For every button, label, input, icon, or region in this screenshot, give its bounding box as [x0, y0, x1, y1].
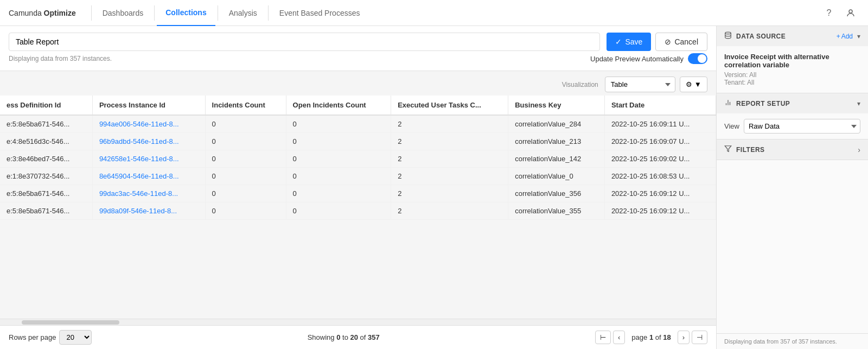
top-nav: Camunda Optimize Dashboards Collections …	[0, 0, 868, 26]
viz-gear-button[interactable]: ⚙ ▼	[680, 77, 707, 92]
data-table: ess Definition Id Process Instance Id In…	[0, 96, 716, 220]
cell-incidents: 0	[205, 115, 286, 133]
cell-def-id: e:4:8e516d3c-546...	[0, 133, 92, 150]
report-setup-chevron: ▾	[857, 100, 860, 107]
data-source-section: DATA SOURCE + Add ▾ Invoice Receipt with…	[717, 26, 868, 93]
report-setup-title: REPORT SETUP	[736, 100, 857, 107]
first-page-button[interactable]: ⊢	[595, 331, 611, 344]
cell-inst-id[interactable]: 99dac3ac-546e-11ed-8...	[92, 185, 205, 202]
cell-open-incidents: 0	[286, 168, 391, 185]
save-button[interactable]: ✓ Save	[607, 33, 651, 51]
instances-text: Displaying data from 357 instances.	[9, 55, 112, 62]
cancel-button[interactable]: ⊘ Cancel	[655, 33, 707, 51]
nav-item-analysis[interactable]: Analysis	[220, 0, 266, 26]
cell-inst-id[interactable]: 942658e1-546e-11ed-8...	[92, 150, 205, 168]
table-row: e:5:8e5ba671-546... 99d8a09f-546e-11ed-8…	[0, 202, 716, 220]
report-setup-content: View Raw DataSummary	[717, 113, 868, 139]
report-header: ✓ Save ⊘ Cancel Displaying data from 357…	[0, 26, 716, 71]
cell-business-key: correlationValue_0	[508, 168, 605, 185]
report-setup-header[interactable]: REPORT SETUP ▾	[717, 93, 868, 113]
col-def-id: ess Definition Id	[0, 96, 92, 115]
cell-open-incidents: 0	[286, 185, 391, 202]
cell-inst-id[interactable]: 99d8a09f-546e-11ed-8...	[92, 202, 205, 220]
data-source-name: Invoice Receipt with alternative correla…	[724, 53, 860, 69]
viz-bar: Visualization TableChartNumber ⚙ ▼	[0, 71, 716, 96]
cell-start-date: 2022-10-25 16:09:11 U...	[604, 115, 716, 133]
showing-to: 20	[350, 333, 358, 341]
cell-start-date: 2022-10-25 16:08:53 U...	[604, 168, 716, 185]
cell-business-key: correlationValue_213	[508, 133, 605, 150]
cell-inst-id[interactable]: 8e645904-546e-11ed-8...	[92, 168, 205, 185]
cell-inst-id[interactable]: 994ae006-546e-11ed-8...	[92, 115, 205, 133]
table-header: ess Definition Id Process Instance Id In…	[0, 96, 716, 115]
cell-incidents: 0	[205, 185, 286, 202]
showing-from: 0	[336, 333, 340, 341]
filters-header[interactable]: FILTERS ›	[717, 139, 868, 160]
main-container: ✓ Save ⊘ Cancel Displaying data from 357…	[0, 26, 868, 349]
last-page-button[interactable]: ⊣	[692, 331, 707, 344]
btn-actions: ✓ Save ⊘ Cancel	[607, 33, 707, 51]
report-setup-section: REPORT SETUP ▾ View Raw DataSummary	[717, 93, 868, 139]
cell-def-id: e:5:8e5ba671-546...	[0, 202, 92, 220]
data-source-header[interactable]: DATA SOURCE + Add ▾	[717, 26, 868, 46]
sidebar-spacer	[717, 160, 868, 333]
cell-incidents: 0	[205, 150, 286, 168]
cell-inst-id[interactable]: 96b9adbd-546e-11ed-8...	[92, 133, 205, 150]
toggle-knob	[698, 54, 706, 63]
nav-item-collections[interactable]: Collections	[157, 0, 215, 26]
cell-executed-tasks: 2	[391, 150, 508, 168]
cell-business-key: correlationValue_284	[508, 115, 605, 133]
prev-page-button[interactable]: ‹	[613, 331, 625, 344]
scroll-thumb[interactable]	[22, 320, 119, 325]
cell-def-id: e:5:8e5ba671-546...	[0, 185, 92, 202]
auto-preview-toggle[interactable]	[688, 53, 707, 64]
next-page-button[interactable]: ›	[678, 331, 690, 344]
help-icon[interactable]: ?	[820, 4, 838, 22]
nav-divider-3	[218, 5, 218, 21]
report-title-input[interactable]	[9, 33, 600, 51]
sidebar-footer-text: Displaying data from 357 of 357 instance…	[724, 338, 837, 345]
col-start-date: Start Date	[604, 96, 716, 115]
rows-per-page-label: Rows per page	[9, 333, 56, 341]
database-icon	[724, 31, 732, 41]
auto-preview-label: Update Preview Automatically	[590, 55, 684, 63]
nav-divider-4	[268, 5, 269, 21]
brand-text: Camunda	[9, 9, 44, 17]
viz-select[interactable]: TableChartNumber	[605, 77, 675, 92]
data-source-item: Invoice Receipt with alternative correla…	[724, 53, 860, 86]
filters-title: FILTERS	[736, 146, 858, 154]
data-source-title: DATA SOURCE	[736, 33, 837, 40]
data-source-tenant: Tenant: All	[724, 79, 860, 86]
pagination-info: Showing 0 to 20 of 357	[96, 333, 591, 341]
view-select[interactable]: Raw DataSummary	[744, 119, 860, 134]
cell-def-id: e:1:8e370732-546...	[0, 168, 92, 185]
svg-marker-5	[725, 146, 731, 152]
cell-incidents: 0	[205, 168, 286, 185]
cell-start-date: 2022-10-25 16:09:07 U...	[604, 133, 716, 150]
data-source-chevron: ▾	[857, 33, 860, 40]
cell-executed-tasks: 2	[391, 185, 508, 202]
horizontal-scrollbar[interactable]	[0, 319, 716, 325]
page-info: page 1 of 18	[627, 333, 675, 341]
table-row: e:3:8e46bed7-546... 942658e1-546e-11ed-8…	[0, 150, 716, 168]
brand: Camunda Optimize	[9, 9, 76, 17]
cell-open-incidents: 0	[286, 133, 391, 150]
filter-icon	[724, 145, 732, 154]
table-scroll-wrapper[interactable]: ess Definition Id Process Instance Id In…	[0, 96, 716, 319]
cell-executed-tasks: 2	[391, 115, 508, 133]
table-row: e:4:8e516d3c-546... 96b9adbd-546e-11ed-8…	[0, 133, 716, 150]
pagination-controls: ⊢ ‹ page 1 of 18 › ⊣	[595, 331, 707, 344]
cell-business-key: correlationValue_356	[508, 185, 605, 202]
pagination-bar: Rows per page 20 50 100 Showing 0 to 20 …	[0, 325, 716, 349]
cell-start-date: 2022-10-25 16:09:02 U...	[604, 150, 716, 168]
cell-open-incidents: 0	[286, 202, 391, 220]
add-data-source-button[interactable]: + Add	[837, 33, 853, 40]
nav-item-event-based[interactable]: Event Based Processes	[271, 0, 369, 26]
rows-per-page-select[interactable]: 20 50 100	[59, 330, 92, 345]
showing-total: 357	[368, 333, 380, 341]
sidebar-footer: Displaying data from 357 of 357 instance…	[717, 333, 868, 349]
user-icon[interactable]	[842, 4, 859, 22]
nav-item-dashboards[interactable]: Dashboards	[94, 0, 152, 26]
table-body: e:5:8e5ba671-546... 994ae006-546e-11ed-8…	[0, 115, 716, 220]
cell-start-date: 2022-10-25 16:09:12 U...	[604, 185, 716, 202]
